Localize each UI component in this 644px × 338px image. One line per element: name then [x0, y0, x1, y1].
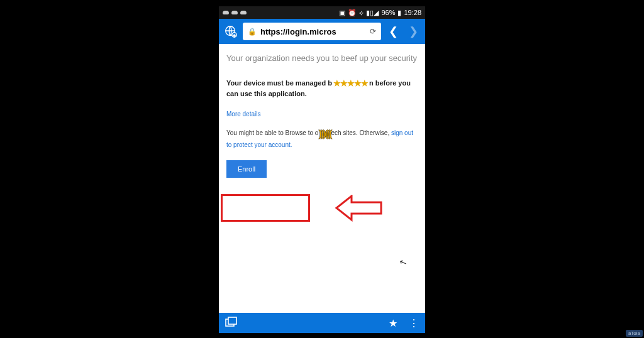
nfc-icon: ▣ — [339, 9, 345, 17]
address-bar[interactable]: 🔒 https://login.micros ⟳ — [243, 23, 381, 40]
page-content: Your organization needs you to beef up y… — [219, 44, 425, 313]
menu-dots-icon[interactable]: ⋮ — [409, 317, 419, 329]
annotation-rectangle — [221, 194, 310, 222]
browser-toolbar: + 🔒 https://login.micros ⟳ ❮ ❯ — [219, 19, 425, 44]
globe-icon[interactable]: + — [223, 23, 239, 40]
battery-percent: 96% — [381, 9, 395, 16]
battery-icon: ▮ — [397, 9, 401, 17]
tabs-icon[interactable] — [225, 317, 238, 329]
browser-bottom-bar: ★ ⋮ — [219, 313, 425, 333]
signal-icon: ▮▯◢ — [366, 9, 379, 17]
status-left-icons — [223, 11, 247, 14]
notification-icon — [231, 11, 238, 14]
reload-icon[interactable]: ⟳ — [370, 27, 376, 36]
notification-icon — [223, 11, 229, 14]
notification-icon — [240, 11, 247, 14]
phone-frame: ▣ ⏰ ⟡ ▮▯◢ 96% ▮ 19:28 + 🔒 https://login.… — [219, 6, 425, 333]
hint-post: ech sites. Otherwise, — [331, 129, 391, 136]
lock-icon: 🔒 — [248, 28, 257, 36]
wifi-icon: ⟡ — [359, 9, 364, 17]
back-button[interactable]: ❮ — [385, 23, 401, 40]
body-pre: Your device must be managed b — [226, 79, 332, 87]
managed-device-message: Your device must be managed b★★★★★n befo… — [226, 78, 418, 99]
alarm-icon: ⏰ — [348, 9, 357, 17]
forward-button: ❯ — [405, 23, 421, 40]
bookmark-star-icon[interactable]: ★ — [389, 317, 397, 329]
watermark: aTola — [626, 330, 643, 337]
more-details-link[interactable]: More details — [226, 111, 260, 117]
hint-pre: You might be able to Browse to o — [226, 129, 318, 136]
hint-text: You might be able to Browse to o)))(((ec… — [226, 126, 418, 150]
enroll-button[interactable]: Enroll — [226, 160, 267, 178]
annotation-arrow-icon — [334, 195, 384, 222]
status-bar: ▣ ⏰ ⟡ ▮▯◢ 96% ▮ 19:28 — [219, 6, 425, 19]
redacted-glyphs: )))((( — [318, 126, 331, 141]
svg-text:+: + — [233, 33, 235, 37]
page-heading: Your organization needs you to beef up y… — [226, 53, 418, 64]
url-text: https://login.micros — [260, 27, 366, 36]
svg-rect-4 — [228, 317, 236, 324]
status-right: ▣ ⏰ ⟡ ▮▯◢ 96% ▮ 19:28 — [339, 9, 421, 17]
redacted-stars: ★★★★★ — [332, 78, 369, 89]
clock: 19:28 — [404, 9, 421, 16]
